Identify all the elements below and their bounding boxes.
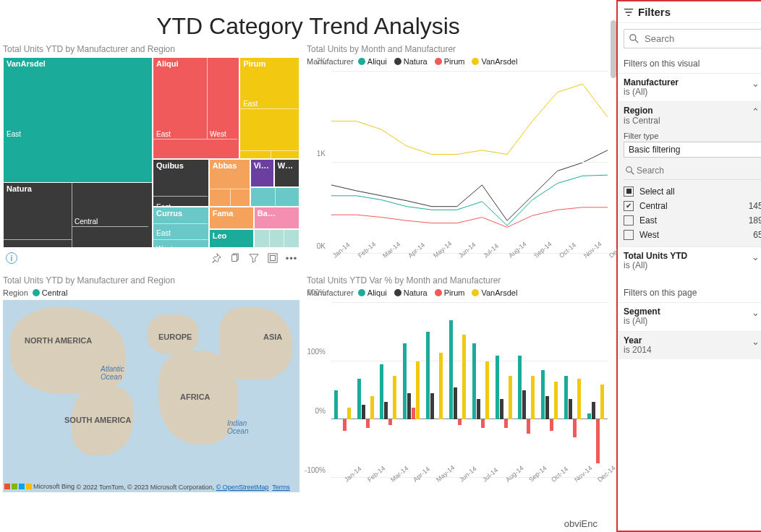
bar[interactable] — [362, 405, 365, 419]
bar[interactable] — [554, 382, 558, 419]
info-icon[interactable]: i — [6, 252, 17, 264]
legend-item[interactable]: VanArsdel — [472, 288, 517, 297]
bar[interactable] — [426, 332, 430, 419]
bar[interactable] — [334, 390, 338, 419]
filter-card[interactable]: Yearis 2014⌄ — [618, 331, 761, 359]
more-icon[interactable]: ••• — [286, 253, 297, 263]
legend-item[interactable]: Natura — [394, 57, 428, 66]
line-chart-plot[interactable]: 0K1K2K Jan-14Feb-14Mar-14Apr-14May-14Jun… — [307, 69, 611, 268]
map-canvas[interactable]: NORTH AMERICA SOUTH AMERICA EUROPE AFRIC… — [3, 300, 299, 492]
bar[interactable] — [393, 376, 396, 420]
bar[interactable] — [545, 396, 549, 419]
checkbox[interactable] — [624, 201, 634, 211]
treemap-cell[interactable] — [250, 187, 299, 206]
bar[interactable] — [481, 419, 485, 428]
canvas-scrollbar[interactable] — [611, 20, 616, 78]
bar[interactable] — [366, 419, 370, 428]
bar[interactable] — [527, 419, 530, 434]
filter-values-search[interactable] — [624, 162, 761, 180]
bar[interactable] — [458, 419, 462, 425]
treemap-cell[interactable] — [254, 229, 299, 248]
treemap-cell[interactable]: NaturaCentralEastWest — [3, 182, 153, 248]
bar[interactable] — [592, 402, 595, 419]
map-visual[interactable]: Total Units YTD by Manufacturer and Regi… — [3, 275, 299, 492]
filter-card[interactable]: Segmentis (All)⌄ — [618, 302, 761, 330]
filter-option[interactable]: West6507 — [624, 228, 761, 242]
bar[interactable] — [569, 399, 572, 419]
treemap-cell[interactable]: Ba… — [254, 207, 299, 229]
treemap-cell[interactable]: W… — [274, 159, 299, 188]
treemap-cell[interactable]: CurrusEastWest — [153, 207, 209, 248]
treemap-cell[interactable]: Abbas — [209, 159, 250, 207]
line-series[interactable] — [331, 84, 608, 154]
bar[interactable] — [550, 419, 553, 431]
focus-icon[interactable] — [268, 253, 278, 263]
bar[interactable] — [430, 393, 434, 419]
bar[interactable] — [380, 364, 383, 420]
bar[interactable] — [522, 390, 526, 419]
treemap-visual[interactable]: Total Units YTD by Manufacturer and Regi… — [3, 44, 299, 268]
filter-card[interactable]: Regionis Central⌃Filter typeBasic filter… — [618, 101, 761, 246]
bar[interactable] — [357, 379, 361, 419]
bar-chart-visual[interactable]: Total Units YTD Var % by Month and Manuf… — [307, 275, 611, 492]
bar[interactable] — [541, 370, 545, 420]
bar[interactable] — [412, 408, 415, 419]
bar[interactable] — [596, 419, 600, 463]
filter-option[interactable]: Central14512 — [624, 199, 761, 213]
filters-search-input[interactable] — [643, 33, 761, 45]
bar[interactable] — [509, 376, 512, 420]
bar[interactable] — [477, 399, 480, 419]
bar[interactable] — [407, 393, 411, 419]
filter-option[interactable]: Select all — [624, 184, 761, 199]
bar[interactable] — [388, 419, 392, 425]
bar[interactable] — [518, 356, 522, 420]
treemap-cell[interactable]: QuibusEast — [153, 159, 209, 207]
line-series[interactable] — [331, 207, 608, 227]
bar[interactable] — [496, 356, 499, 420]
chevron-down-icon[interactable]: ⌄ — [751, 252, 760, 262]
checkbox[interactable] — [624, 230, 634, 240]
bar[interactable] — [485, 361, 489, 420]
legend-item[interactable]: Aliqui — [358, 57, 387, 66]
filter-values-search-input[interactable] — [635, 165, 761, 176]
bar[interactable] — [462, 335, 466, 419]
filters-search[interactable] — [624, 29, 761, 48]
checkbox[interactable] — [624, 215, 634, 226]
legend-item[interactable]: VanArsdel — [472, 57, 517, 66]
bar[interactable] — [472, 343, 476, 419]
filter-icon[interactable] — [249, 253, 259, 263]
bar[interactable] — [343, 419, 347, 431]
bar[interactable] — [531, 376, 535, 420]
treemap-cell[interactable]: Vi… — [250, 159, 274, 188]
legend-item[interactable]: Pirum — [435, 288, 465, 297]
bar[interactable] — [587, 413, 591, 419]
osm-link[interactable]: © OpenStreetMap — [216, 484, 269, 491]
bar[interactable] — [439, 353, 443, 420]
treemap-cell[interactable]: PirumEastWestCen… — [239, 57, 299, 159]
bar[interactable] — [573, 419, 577, 437]
legend-item[interactable]: Aliqui — [358, 288, 387, 297]
chevron-down-icon[interactable]: ⌄ — [751, 78, 760, 89]
treemap-cell[interactable]: Leo — [209, 229, 254, 248]
filter-type-select[interactable]: Basic filtering⌄ — [624, 142, 761, 158]
terms-link[interactable]: Terms — [272, 484, 290, 491]
treemap-plot[interactable]: VanArsdelEastCentralWestAliquiEastWestCe… — [3, 57, 299, 248]
bar[interactable] — [500, 399, 503, 419]
line-chart-visual[interactable]: Total Units by Month and Manufacturer Ma… — [307, 44, 611, 268]
chevron-down-icon[interactable]: ⌄ — [751, 336, 760, 347]
filter-card[interactable]: Total Units YTDis (All)⌄ — [618, 246, 761, 275]
treemap-cell[interactable]: Fama — [209, 207, 254, 229]
legend-item[interactable]: Pirum — [435, 57, 465, 66]
bar[interactable] — [564, 376, 568, 420]
bar[interactable] — [347, 408, 351, 419]
bar[interactable] — [577, 379, 581, 419]
bar[interactable] — [449, 320, 453, 419]
bar[interactable] — [600, 385, 604, 419]
treemap-cell[interactable]: AliquiEastWestCentral — [153, 57, 239, 159]
bar[interactable] — [384, 402, 388, 419]
bar[interactable] — [454, 387, 457, 419]
copy-icon[interactable] — [230, 253, 240, 263]
chevron-down-icon[interactable]: ⌄ — [751, 307, 760, 318]
bar[interactable] — [416, 361, 420, 420]
checkbox[interactable] — [624, 186, 634, 197]
